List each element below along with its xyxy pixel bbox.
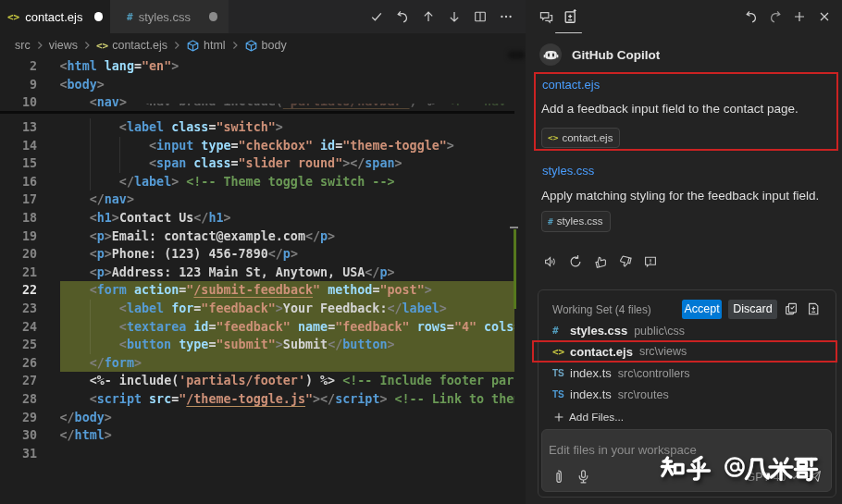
thumbs-down-button[interactable] bbox=[618, 254, 633, 269]
copy-files-icon[interactable] bbox=[784, 301, 799, 316]
mic-icon[interactable] bbox=[576, 469, 590, 488]
code-token: rows bbox=[417, 320, 447, 334]
code-line[interactable]: 13 <label class="switch"> bbox=[0, 118, 526, 137]
rerun-icon[interactable] bbox=[568, 254, 583, 269]
code-token: > bbox=[276, 120, 283, 134]
file-name: styles.css bbox=[570, 324, 627, 338]
code-token: > bbox=[134, 356, 142, 370]
new-edit-session-icon[interactable] bbox=[792, 9, 807, 24]
copilot-edits-view-tab[interactable] bbox=[563, 9, 578, 25]
turn-file-link[interactable]: styles.css bbox=[542, 164, 594, 178]
close-icon[interactable] bbox=[817, 9, 832, 24]
code-line[interactable]: 15 <span class="slider round"></span> bbox=[0, 154, 526, 173]
code-line[interactable]: 24 <textarea id="feedback" name="feedbac… bbox=[0, 318, 526, 337]
code-line[interactable]: 22 <form action="/submit-feedback" metho… bbox=[0, 281, 526, 300]
code-token: > bbox=[395, 156, 402, 170]
speaker-button[interactable] bbox=[543, 254, 558, 269]
code-line[interactable]: 30</html> bbox=[0, 426, 526, 445]
code-token: </ bbox=[119, 175, 134, 189]
comment-discussion-icon[interactable] bbox=[539, 9, 554, 25]
code-token: Phone: (123) 456-7890 bbox=[112, 247, 268, 261]
code-line[interactable]: 18 <h1>Contact Us</h1> bbox=[0, 209, 526, 227]
working-set-title: Working Set (4 files) bbox=[552, 303, 651, 316]
file-type-icon: # bbox=[552, 325, 570, 337]
code-token: "feedback" bbox=[201, 301, 275, 315]
code-line[interactable]: 25 <button type="submit">Submit</button> bbox=[0, 336, 526, 354]
code-line[interactable]: 14 <input type="checkbox" id="theme-togg… bbox=[0, 137, 526, 155]
code-line[interactable]: 29</body> bbox=[0, 409, 526, 427]
file-chip-styles-css[interactable]: # styles.css bbox=[541, 211, 611, 232]
code-token: </ bbox=[268, 247, 283, 261]
thumbs-up-icon[interactable] bbox=[593, 254, 608, 269]
code-line[interactable]: 26 </form> bbox=[0, 354, 526, 373]
code-token: < bbox=[90, 211, 97, 225]
report-button[interactable] bbox=[643, 254, 658, 269]
code-token: p bbox=[97, 247, 105, 261]
add-icon[interactable] bbox=[792, 9, 807, 24]
new-file-icon[interactable] bbox=[806, 301, 821, 316]
code-token: </ bbox=[365, 265, 379, 279]
code-line[interactable]: 19 <p>Email: contact@example.com</p> bbox=[0, 227, 526, 246]
working-set-row-index.ts[interactable]: TSindex.tssrc\routes bbox=[552, 384, 669, 405]
code-token: <!-- Theme toggle switch --> bbox=[186, 175, 394, 189]
edit-session-icon[interactable] bbox=[563, 9, 578, 25]
speaker-icon[interactable] bbox=[543, 254, 558, 269]
undo-edit-icon[interactable] bbox=[744, 9, 759, 24]
add-files-button[interactable]: Add Files... bbox=[552, 408, 624, 425]
code-token: input bbox=[156, 139, 193, 153]
code-token: </ bbox=[60, 428, 75, 442]
active-view-underline bbox=[555, 32, 582, 34]
rerun-button[interactable] bbox=[568, 254, 583, 269]
code-token: < bbox=[119, 320, 127, 334]
code-line[interactable]: 9<body> bbox=[0, 76, 526, 94]
code-line[interactable]: 31 bbox=[0, 445, 526, 463]
code-line[interactable]: 16 </label> <!-- Theme toggle switch --> bbox=[0, 173, 526, 191]
code-token: > bbox=[387, 265, 394, 279]
code-token: "theme-toggle" bbox=[342, 139, 447, 153]
new-file-icon[interactable] bbox=[806, 301, 821, 316]
code-lines-main-block: 13 <label class="switch">14 <input type=… bbox=[0, 118, 526, 463]
code-line[interactable]: 2<html lang="en"> bbox=[0, 57, 526, 76]
working-set-row-index.ts[interactable]: TSindex.tssrc\controllers bbox=[552, 363, 690, 384]
line-number: 30 bbox=[0, 426, 37, 445]
code-token: ) %> bbox=[410, 104, 447, 108]
code-token: Email: contact@example.com bbox=[112, 229, 305, 243]
code-token: < bbox=[90, 247, 97, 261]
code-line[interactable]: 23 <label for="feedback">Your Feedback:<… bbox=[0, 300, 526, 318]
code-editor[interactable]: 2<html lang="en">9<body>10 <nav> <nav-br… bbox=[0, 0, 526, 504]
redo-icon[interactable] bbox=[768, 9, 783, 24]
code-token bbox=[410, 320, 417, 334]
overview-ruler-tick bbox=[510, 227, 518, 228]
code-line[interactable]: 20 <p>Phone: (123) 456-7890</p> bbox=[0, 245, 526, 264]
code-line[interactable]: 17 </nav> bbox=[0, 191, 526, 209]
close-panel-icon[interactable] bbox=[817, 9, 832, 24]
line-number: 9 bbox=[0, 76, 37, 94]
redo-edit-icon[interactable] bbox=[768, 9, 783, 24]
code-line[interactable]: 28 <script src="/theme-toggle.js"></scri… bbox=[0, 390, 526, 409]
code-token: p bbox=[283, 247, 291, 261]
attach-context-icon[interactable] bbox=[551, 469, 565, 488]
code-token: body bbox=[75, 411, 105, 424]
line-number: 23 bbox=[0, 300, 37, 318]
code-token: Address: 123 Main St, Anytown, USA bbox=[112, 265, 365, 279]
file-path: src\controllers bbox=[618, 367, 690, 380]
discard-button[interactable]: Discard bbox=[728, 300, 777, 319]
working-set-row-styles.css[interactable]: #styles.csspublic\css bbox=[552, 320, 685, 341]
accept-button[interactable]: Accept bbox=[682, 300, 722, 319]
code-token: "feedback" bbox=[216, 320, 290, 334]
thumbs-down-icon[interactable] bbox=[618, 254, 633, 269]
code-line[interactable]: 21 <p>Address: 123 Main St, Anytown, USA… bbox=[0, 264, 526, 282]
line-number: 17 bbox=[0, 191, 37, 209]
chat-view-tab[interactable] bbox=[539, 9, 554, 25]
open-changes-icon[interactable] bbox=[784, 301, 799, 316]
report-icon[interactable] bbox=[643, 254, 658, 269]
code-token: < bbox=[60, 59, 68, 73]
code-line[interactable]: 27 <%- include('partials/footer') %> <!-… bbox=[0, 372, 526, 390]
overview-ruler-added-marker bbox=[514, 229, 516, 309]
code-token: > bbox=[171, 175, 179, 189]
code-token: "checkbox" bbox=[239, 139, 313, 153]
code-token: > bbox=[105, 411, 112, 424]
thumbs-up-button[interactable] bbox=[593, 254, 608, 269]
code-token: h1 bbox=[208, 211, 223, 225]
discard-icon[interactable] bbox=[744, 9, 759, 24]
